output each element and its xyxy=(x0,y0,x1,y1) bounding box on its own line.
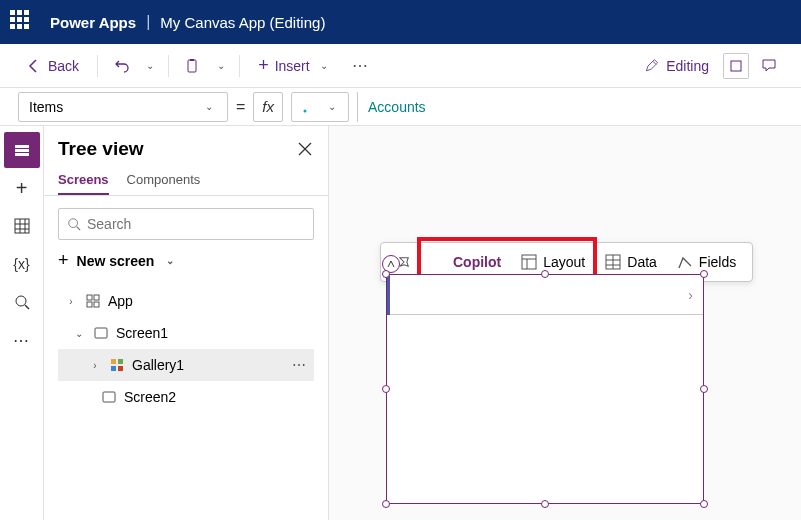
svg-rect-24 xyxy=(118,359,123,364)
svg-rect-22 xyxy=(95,328,107,338)
chevron-down-icon[interactable]: ⌄ xyxy=(72,328,86,339)
resize-handle[interactable] xyxy=(541,500,549,508)
editing-mode-button[interactable]: Editing xyxy=(636,54,717,78)
app-launcher-icon[interactable] xyxy=(10,10,34,34)
screen-icon xyxy=(92,326,110,340)
svg-rect-26 xyxy=(118,366,123,371)
page-settings-button[interactable] xyxy=(723,53,749,79)
overflow-button[interactable]: ⋯ xyxy=(346,52,374,80)
svg-rect-23 xyxy=(111,359,116,364)
design-canvas[interactable]: Copilot Layout Data Fields Sort, filter,… xyxy=(329,126,801,520)
undo-button[interactable] xyxy=(108,52,136,80)
global-header: Power Apps | My Canvas App (Editing) xyxy=(0,0,801,44)
resize-handle[interactable] xyxy=(700,500,708,508)
property-selector[interactable]: Items ⌄ xyxy=(18,92,228,122)
svg-rect-4 xyxy=(15,145,29,148)
copilot-icon xyxy=(300,99,316,115)
formula-input[interactable]: Accounts xyxy=(357,92,783,122)
svg-rect-7 xyxy=(15,219,29,233)
layout-tab[interactable]: Layout xyxy=(513,250,593,274)
comments-button[interactable] xyxy=(755,52,783,80)
resize-handle[interactable] xyxy=(382,500,390,508)
product-name: Power Apps xyxy=(50,14,136,31)
item-more-button[interactable]: ⋯ xyxy=(292,357,306,373)
resize-handle[interactable] xyxy=(700,270,708,278)
close-panel-button[interactable] xyxy=(298,142,312,156)
svg-rect-28 xyxy=(522,255,536,269)
editing-label: Editing xyxy=(666,58,709,74)
svg-rect-19 xyxy=(94,295,99,300)
tree-view-title: Tree view xyxy=(58,138,144,160)
resize-handle[interactable] xyxy=(382,270,390,278)
gallery-icon xyxy=(108,358,126,372)
paste-button[interactable] xyxy=(179,52,207,80)
svg-line-17 xyxy=(77,227,81,231)
svg-rect-21 xyxy=(94,302,99,307)
resize-handle[interactable] xyxy=(382,385,390,393)
tab-components[interactable]: Components xyxy=(127,166,201,195)
svg-rect-2 xyxy=(731,61,741,71)
title-separator: | xyxy=(146,13,150,31)
svg-point-16 xyxy=(69,219,78,228)
chevron-right-icon: › xyxy=(688,287,693,303)
app-icon xyxy=(84,294,102,308)
svg-rect-1 xyxy=(190,59,194,61)
copilot-formula-button[interactable]: ⌄ xyxy=(291,92,349,122)
left-rail: + {x} ⋯ xyxy=(0,126,44,520)
tree-item-gallery1[interactable]: › Gallery1 ⋯ xyxy=(58,349,314,381)
tree-item-screen1[interactable]: ⌄ Screen1 xyxy=(58,317,314,349)
more-rail-button[interactable]: ⋯ xyxy=(4,322,40,358)
chevron-right-icon[interactable]: › xyxy=(64,296,78,307)
tab-screens[interactable]: Screens xyxy=(58,166,109,195)
svg-rect-25 xyxy=(111,366,116,371)
tree-search[interactable] xyxy=(58,208,314,240)
app-file-name: My Canvas App (Editing) xyxy=(160,14,325,31)
search-icon xyxy=(67,217,81,231)
paste-split-button[interactable]: ⌄ xyxy=(213,56,229,75)
tree-item-app[interactable]: › App xyxy=(58,285,314,317)
svg-point-3 xyxy=(304,109,307,112)
svg-rect-20 xyxy=(87,302,92,307)
search-rail-button[interactable] xyxy=(4,284,40,320)
gallery-template-row[interactable]: › xyxy=(387,275,703,315)
formula-bar: Items ⌄ = fx ⌄ Accounts xyxy=(0,88,801,126)
svg-rect-6 xyxy=(15,153,29,156)
tree-view-rail-button[interactable] xyxy=(4,132,40,168)
command-bar: Back ⌄ ⌄ + Insert ⌄ ⋯ Editing xyxy=(0,44,801,88)
screen-icon xyxy=(100,390,118,404)
tree-search-input[interactable] xyxy=(87,216,305,232)
svg-rect-27 xyxy=(103,392,115,402)
back-label: Back xyxy=(48,58,79,74)
data-grid-icon xyxy=(605,254,621,270)
undo-split-button[interactable]: ⌄ xyxy=(142,56,158,75)
fields-icon xyxy=(677,254,693,270)
resize-handle[interactable] xyxy=(700,385,708,393)
layout-icon xyxy=(521,254,537,270)
svg-point-12 xyxy=(16,296,26,306)
property-name: Items xyxy=(29,99,63,115)
equals-sign: = xyxy=(236,98,245,116)
back-button[interactable]: Back xyxy=(18,54,87,78)
tree-view-panel: Tree view Screens Components + New scree… xyxy=(44,126,329,520)
variables-rail-button[interactable]: {x} xyxy=(4,246,40,282)
new-screen-button[interactable]: + New screen ⌄ xyxy=(58,250,314,271)
data-rail-button[interactable] xyxy=(4,208,40,244)
gallery-control[interactable]: › xyxy=(386,274,704,504)
svg-rect-18 xyxy=(87,295,92,300)
chevron-right-icon[interactable]: › xyxy=(88,360,102,371)
fx-icon: fx xyxy=(262,98,274,115)
copilot-tab[interactable]: Copilot xyxy=(423,250,509,274)
svg-rect-5 xyxy=(15,149,29,152)
fx-box: fx xyxy=(253,92,283,122)
insert-rail-button[interactable]: + xyxy=(4,170,40,206)
data-tab[interactable]: Data xyxy=(597,250,665,274)
svg-line-13 xyxy=(25,305,29,309)
tree-item-screen2[interactable]: › Screen2 xyxy=(58,381,314,413)
copilot-icon xyxy=(431,254,447,270)
template-indicator xyxy=(387,275,390,315)
svg-rect-0 xyxy=(188,60,196,72)
insert-label: Insert xyxy=(275,58,310,74)
insert-button[interactable]: + Insert ⌄ xyxy=(250,51,340,80)
resize-handle[interactable] xyxy=(541,270,549,278)
